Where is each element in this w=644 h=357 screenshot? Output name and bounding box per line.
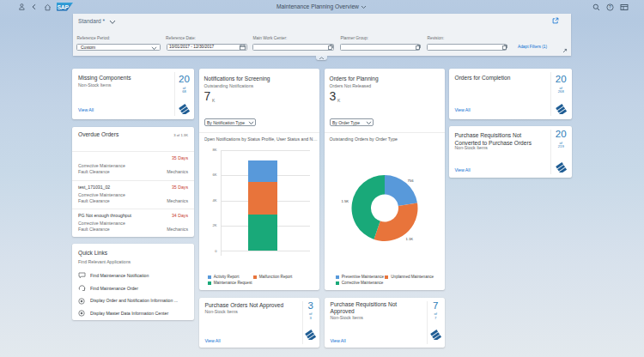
svg-text:?: ? <box>609 4 611 9</box>
